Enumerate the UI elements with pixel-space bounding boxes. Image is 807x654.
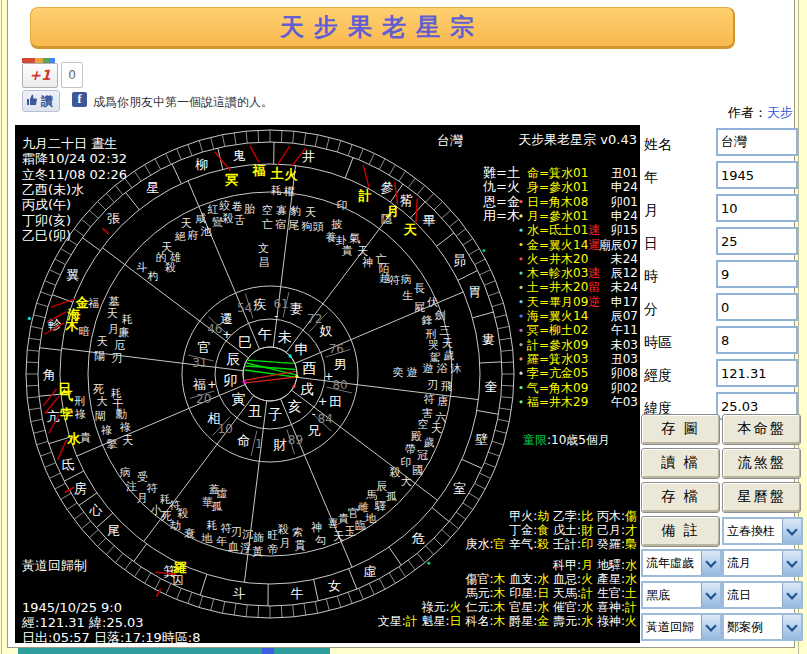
author-link[interactable]: 天步 [767, 105, 793, 120]
field-input-5[interactable] [716, 293, 798, 321]
svg-text:貴: 貴 [342, 244, 353, 257]
svg-text:角: 角 [43, 367, 56, 382]
svg-text:未24: 未24 [611, 280, 638, 294]
svg-text:羅=箕水03: 羅=箕水03 [527, 352, 588, 366]
zodiac-mode-select[interactable]: 黃道回歸 [641, 613, 722, 641]
field-input-7[interactable] [716, 359, 798, 387]
save-file-button[interactable]: 存 檔 [641, 482, 720, 513]
field-input-3[interactable] [716, 227, 798, 255]
svg-text:厄: 厄 [114, 339, 125, 352]
chevron-down-icon[interactable] [701, 583, 720, 607]
liunian-select[interactable]: 流年虛歲 [641, 549, 722, 577]
svg-text:官: 官 [198, 340, 211, 355]
natal-chart-button[interactable]: 本命盤 [722, 414, 801, 445]
svg-text:亡: 亡 [262, 218, 273, 231]
svg-text:1945/10/25 9:0: 1945/10/25 9:0 [22, 600, 122, 615]
chevron-down-icon[interactable] [701, 551, 720, 575]
svg-text:冥=柳土02: 冥=柳土02 [527, 323, 588, 337]
theme-select[interactable]: 黑底 [641, 581, 722, 609]
svg-text:台灣: 台灣 [437, 133, 463, 148]
chevron-down-icon[interactable] [782, 583, 801, 607]
ephemeris-chart-button[interactable]: 星曆盤 [722, 482, 801, 513]
svg-text:三: 三 [439, 324, 450, 337]
svg-text:羅: 羅 [172, 560, 186, 575]
field-input-2[interactable] [716, 194, 798, 222]
svg-text:辰07: 辰07 [611, 309, 638, 323]
note-button[interactable]: 備 註 [641, 516, 720, 547]
svg-text:妻: 妻 [290, 301, 303, 316]
thumb-up-icon [27, 94, 38, 108]
svg-text:飛: 飛 [441, 380, 452, 393]
field-input-4[interactable] [716, 260, 798, 288]
liuri-select[interactable]: 流日 [722, 581, 803, 609]
svg-text:福: 福 [252, 163, 266, 178]
svg-text:驛: 驛 [374, 500, 386, 513]
svg-text:天: 天 [403, 222, 418, 237]
svg-text:印: 印 [336, 199, 347, 212]
case-select[interactable]: 鄭案例 [722, 613, 803, 641]
svg-text:旆: 旆 [252, 531, 264, 544]
svg-text:池: 池 [200, 225, 212, 238]
svg-text:孛: 孛 [59, 406, 73, 421]
svg-text:-: - [274, 309, 278, 322]
svg-text:火: 火 [284, 167, 299, 182]
chevron-down-icon[interactable] [782, 615, 801, 639]
liuyue-select[interactable]: 流月 [722, 549, 803, 577]
svg-text:印: 印 [400, 456, 411, 469]
svg-text:仇=火: 仇=火 [483, 179, 520, 194]
field-input-6[interactable] [716, 326, 798, 354]
author-line: 作者：天步 [728, 104, 793, 122]
lichun-select[interactable]: 立春換柱 [722, 517, 803, 545]
svg-text:尾: 尾 [288, 219, 299, 232]
svg-text:耗: 耗 [206, 519, 217, 532]
svg-text:喜: 喜 [328, 517, 339, 530]
svg-text:冥: 冥 [225, 172, 239, 187]
svg-text:丑01: 丑01 [611, 166, 638, 180]
field-input-0[interactable] [716, 128, 798, 156]
svg-text:卯: 卯 [223, 372, 237, 388]
svg-text:天: 天 [442, 337, 453, 350]
svg-text:廟辰07: 廟辰07 [599, 238, 638, 252]
svg-text:祿: 祿 [101, 424, 112, 437]
svg-text:財: 財 [273, 437, 286, 452]
svg-text:年: 年 [216, 535, 228, 548]
astrology-chart-panel: 井參觜畢昴胃婁奎壁室危虛女牛斗箕尾心房氐亢角軫翼張星柳鬼未申酉戌亥子丑寅卯辰巳午… [15, 125, 640, 643]
svg-text:狗: 狗 [302, 220, 313, 233]
svg-text:胃: 胃 [468, 284, 481, 299]
chevron-down-icon[interactable] [782, 551, 801, 575]
svg-text:文星:計 魁星:日 科名:木 爵星:金 壽元:水 祿神:火: 文星:計 魁星:日 科名:木 爵星:金 壽元:水 祿神:火 [378, 614, 637, 628]
chevron-down-icon[interactable] [782, 519, 801, 543]
field-label-7: 經度 [644, 367, 672, 385]
svg-text:帶: 帶 [405, 443, 416, 456]
liusha-chart-button[interactable]: 流煞盤 [722, 448, 801, 479]
load-file-button[interactable]: 讀 檔 [641, 448, 720, 479]
svg-text:注: 注 [125, 480, 137, 493]
svg-text:鋒: 鋒 [421, 314, 432, 327]
field-label-4: 時 [644, 268, 658, 286]
svg-text:辰: 辰 [226, 351, 240, 367]
field-input-1[interactable] [716, 161, 798, 189]
svg-text:午: 午 [257, 326, 271, 342]
svg-text:天: 天 [122, 434, 133, 447]
svg-text:國: 國 [412, 464, 423, 477]
plus-one-button[interactable]: +1 [22, 63, 58, 88]
svg-text:寅: 寅 [231, 391, 245, 407]
fb-like-button[interactable]: 讚 [22, 90, 60, 112]
svg-text:+: + [324, 370, 333, 383]
svg-text:計=參水09: 計=參水09 [526, 338, 588, 352]
svg-text:童限:10歳5個月: 童限:10歳5個月 [523, 433, 610, 447]
svg-text:奎: 奎 [484, 379, 497, 394]
svg-text:耗: 耗 [122, 313, 133, 326]
svg-text:卯01: 卯01 [611, 195, 638, 209]
svg-text:貫: 貫 [295, 539, 306, 552]
svg-text:房: 房 [74, 481, 87, 496]
svg-text:張: 張 [107, 211, 120, 226]
svg-text:黃道回歸制: 黃道回歸制 [22, 558, 87, 573]
svg-text:水: 水 [67, 431, 82, 446]
svg-text:頭: 頭 [313, 220, 324, 233]
svg-text:舌: 舌 [235, 214, 246, 227]
chevron-down-icon[interactable] [701, 615, 720, 639]
save-image-button[interactable]: 存 圖 [641, 414, 720, 445]
svg-text:丁金:食 戊土:財 己月:才: 丁金:食 戊土:財 己月:才 [509, 523, 637, 537]
svg-text:-: - [312, 407, 316, 420]
